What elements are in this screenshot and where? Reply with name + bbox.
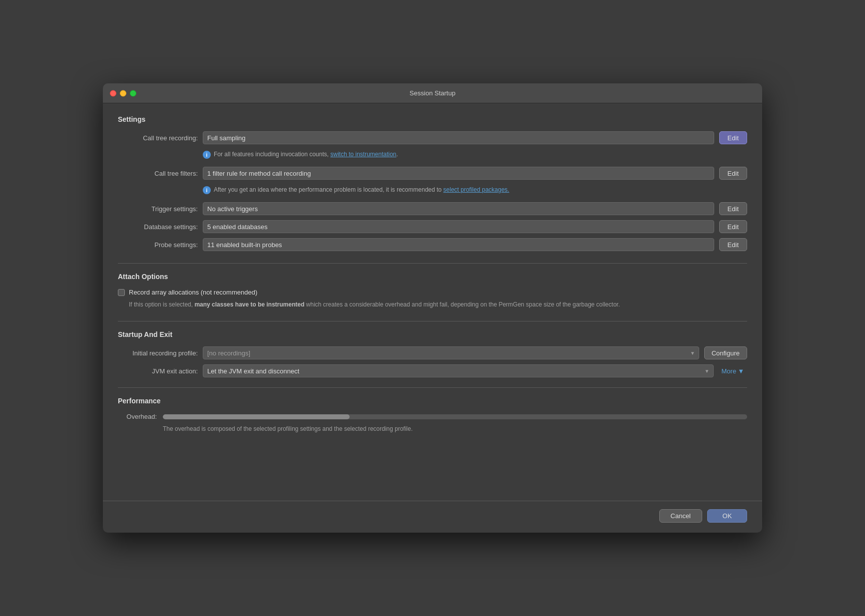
call-tree-recording-edit-button[interactable]: Edit — [719, 131, 747, 144]
more-chevron-icon: ▼ — [738, 367, 744, 375]
call-tree-filters-info: i After you get an idea where the perfor… — [203, 186, 747, 194]
record-array-allocations-checkbox[interactable] — [118, 289, 125, 296]
ok-button[interactable]: OK — [707, 509, 747, 523]
call-tree-recording-label: Call tree recording: — [118, 134, 198, 142]
overhead-description: The overhead is composed of the selected… — [163, 425, 747, 432]
call-tree-filters-info-text: After you get an idea where the performa… — [214, 186, 509, 194]
info-icon-1: i — [203, 151, 211, 159]
jvm-exit-action-label: JVM exit action: — [118, 367, 198, 375]
startup-exit-title: Startup And Exit — [118, 330, 747, 338]
jvm-exit-action-row: JVM exit action: Let the JVM exit and di… — [118, 364, 747, 377]
performance-title: Performance — [118, 397, 747, 405]
call-tree-filters-label: Call tree filters: — [118, 170, 198, 177]
initial-recording-profile-select-wrapper: [no recordings] ▼ — [203, 346, 699, 359]
database-settings-label: Database settings: — [118, 223, 198, 231]
overhead-row: Overhead: — [118, 413, 747, 420]
initial-recording-profile-label: Initial recording profile: — [118, 349, 198, 357]
record-array-allocations-desc: If this option is selected, many classes… — [129, 300, 747, 309]
call-tree-recording-info: i For all features including invocation … — [203, 150, 747, 159]
trigger-settings-value: No active triggers — [203, 202, 714, 215]
title-bar: Session Startup — [103, 83, 762, 103]
cancel-button[interactable]: Cancel — [659, 509, 702, 523]
probe-settings-row: Probe settings: 11 enabled built-in prob… — [118, 238, 747, 251]
settings-table: Call tree recording: Full sampling Edit … — [118, 131, 747, 251]
probe-settings-edit-button[interactable]: Edit — [719, 238, 747, 251]
main-content: Settings Call tree recording: Full sampl… — [103, 103, 762, 501]
settings-section: Settings Call tree recording: Full sampl… — [118, 115, 747, 253]
startup-exit-divider — [118, 387, 747, 388]
performance-content: Overhead: The overhead is composed of th… — [118, 413, 747, 432]
overhead-bar-container — [163, 414, 747, 419]
call-tree-recording-info-text: For all features including invocation co… — [214, 150, 398, 159]
settings-divider — [118, 263, 747, 264]
probe-settings-value: 11 enabled built-in probes — [203, 238, 714, 251]
startup-exit-rows: Initial recording profile: [no recording… — [118, 346, 747, 377]
window-title: Session Startup — [410, 89, 455, 97]
call-tree-recording-value: Full sampling — [203, 131, 714, 144]
jvm-exit-action-select-wrapper: Let the JVM exit and disconnect ▼ — [203, 364, 714, 377]
session-startup-window: Session Startup Settings Call tree recor… — [103, 83, 762, 533]
database-settings-value: 5 enabled databases — [203, 220, 714, 233]
database-settings-row: Database settings: 5 enabled databases E… — [118, 220, 747, 233]
attach-options-content: Record array allocations (not recommende… — [118, 289, 747, 309]
jvm-exit-action-select[interactable]: Let the JVM exit and disconnect — [203, 364, 714, 377]
select-profiled-packages-link[interactable]: select profiled packages. — [443, 186, 509, 193]
trigger-settings-edit-button[interactable]: Edit — [719, 202, 747, 215]
probe-settings-label: Probe settings: — [118, 241, 198, 249]
call-tree-filters-edit-button[interactable]: Edit — [719, 167, 747, 180]
minimize-button[interactable] — [120, 90, 126, 96]
call-tree-filters-value: 1 filter rule for method call recording — [203, 167, 714, 180]
record-array-allocations-label: Record array allocations (not recommende… — [129, 289, 257, 296]
call-tree-recording-row: Call tree recording: Full sampling Edit — [118, 131, 747, 144]
settings-title: Settings — [118, 115, 747, 123]
overhead-label: Overhead: — [118, 413, 157, 420]
trigger-settings-label: Trigger settings: — [118, 205, 198, 213]
trigger-settings-row: Trigger settings: No active triggers Edi… — [118, 202, 747, 215]
more-button[interactable]: More ▼ — [719, 367, 748, 375]
maximize-button[interactable] — [130, 90, 136, 96]
switch-to-instrumentation-link[interactable]: switch to instrumentation — [330, 151, 396, 158]
info-icon-2: i — [203, 186, 211, 194]
call-tree-filters-row: Call tree filters: 1 filter rule for met… — [118, 167, 747, 180]
traffic-lights — [110, 90, 136, 96]
configure-button[interactable]: Configure — [704, 346, 747, 359]
initial-recording-profile-select[interactable]: [no recordings] — [203, 346, 699, 359]
attach-options-title: Attach Options — [118, 273, 747, 281]
overhead-bar-fill — [163, 414, 350, 419]
footer: Cancel OK — [103, 501, 762, 533]
close-button[interactable] — [110, 90, 116, 96]
attach-options-divider — [118, 321, 747, 321]
database-settings-edit-button[interactable]: Edit — [719, 220, 747, 233]
record-array-allocations-row: Record array allocations (not recommende… — [118, 289, 747, 296]
attach-options-section: Attach Options Record array allocations … — [118, 273, 747, 311]
performance-section: Performance Overhead: The overhead is co… — [118, 397, 747, 432]
startup-exit-section: Startup And Exit Initial recording profi… — [118, 330, 747, 377]
initial-recording-profile-row: Initial recording profile: [no recording… — [118, 346, 747, 359]
